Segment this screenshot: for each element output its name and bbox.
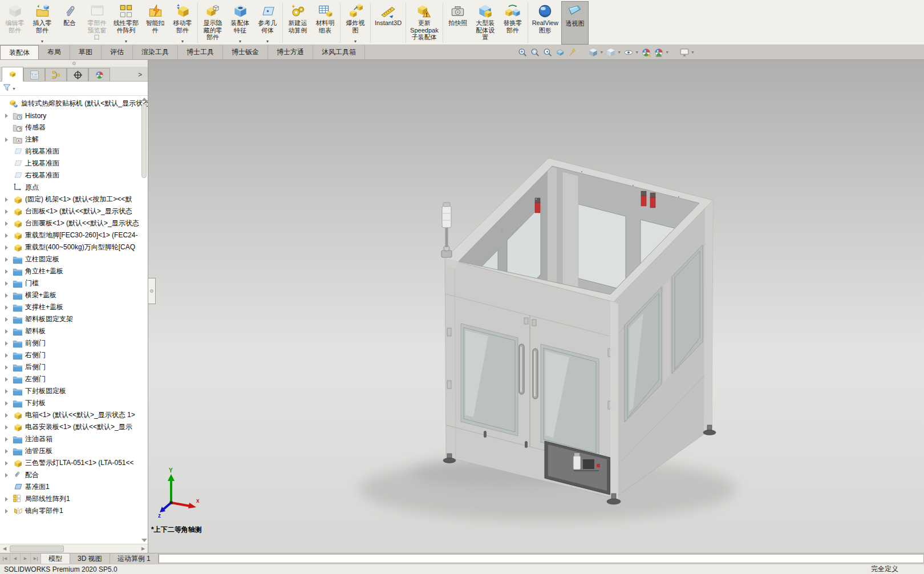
tree-item[interactable]: 台面覆板<1> (默认<<默认>_显示状态 — [0, 217, 148, 229]
dropdown-caret-icon[interactable]: ▼ — [617, 50, 621, 54]
panel-tab-appearances[interactable] — [88, 68, 110, 81]
move-component-button[interactable]: 移动零 部件▼ — [169, 1, 196, 45]
update-speedpak-button[interactable]: 更新 Speedpak 子装配体 — [407, 1, 441, 45]
command-tab-博士钣金[interactable]: 博士钣金 — [223, 45, 268, 59]
reference-geometry-button[interactable]: 参考几 何体▼ — [254, 1, 281, 45]
mate-button[interactable]: 配合 — [56, 1, 83, 45]
scroll-up-arrow[interactable] — [141, 98, 147, 101]
tree-item[interactable]: 重载型(400~500kg)万向型脚轮[CAQ — [0, 241, 148, 253]
expand-arrow-icon[interactable] — [5, 413, 13, 418]
expand-arrow-icon[interactable] — [5, 329, 13, 334]
previous-study-button[interactable]: ◀ — [10, 553, 21, 564]
command-tab-博士方通[interactable]: 博士方通 — [268, 45, 313, 59]
expand-arrow-icon[interactable] — [5, 317, 13, 322]
panel-expand-arrow[interactable]: > — [138, 71, 146, 81]
tree-horizontal-scrollbar[interactable]: ◀ ▶ — [0, 544, 148, 553]
tree-item[interactable]: 前侧门 — [0, 337, 148, 349]
hide-show-items-icon[interactable] — [622, 47, 635, 58]
tree-item[interactable]: 左侧门 — [0, 373, 148, 385]
scroll-thumb[interactable] — [141, 104, 147, 178]
tree-item[interactable]: 支撑柱+盖板 — [0, 301, 148, 313]
study-tab-3D 视图[interactable]: 3D 视图 — [70, 553, 110, 564]
tree-item[interactable]: 下封板固定板 — [0, 385, 148, 397]
tree-item[interactable]: 原点 — [0, 181, 148, 193]
command-tab-评估[interactable]: 评估 — [102, 45, 133, 59]
tree-item[interactable]: 油管压板 — [0, 445, 148, 457]
tree-item[interactable]: (固定) 机架<1> (默认<按加工><<默 — [0, 193, 148, 205]
command-tab-渲染工具[interactable]: 渲染工具 — [133, 45, 178, 59]
last-study-button[interactable]: ▶ — [31, 553, 41, 564]
tree-item[interactable]: 局部线性阵列1 — [0, 493, 148, 505]
tree-item[interactable]: 配合 — [0, 469, 148, 481]
tree-item[interactable]: 后侧门 — [0, 361, 148, 373]
expand-arrow-icon[interactable] — [5, 449, 13, 454]
view-orientation-icon[interactable] — [587, 47, 599, 58]
expand-arrow-icon[interactable] — [5, 114, 13, 118]
zoom-area-icon[interactable] — [529, 47, 541, 58]
first-study-button[interactable]: ◀ — [0, 553, 10, 564]
expand-arrow-icon[interactable] — [5, 293, 13, 298]
expand-arrow-icon[interactable] — [5, 269, 13, 274]
show-hidden-button[interactable]: 显示隐 藏的零 部件 — [199, 1, 226, 45]
dropdown-caret-icon[interactable]: ▼ — [599, 50, 603, 54]
tree-item[interactable]: 注油器箱 — [0, 433, 148, 445]
tree-item[interactable]: 右侧门 — [0, 349, 148, 361]
dropdown-caret-icon[interactable]: ▼ — [124, 39, 128, 44]
expand-arrow-icon[interactable] — [5, 509, 13, 514]
panel-collapse-tab[interactable] — [148, 278, 156, 304]
tree-item[interactable]: History — [0, 110, 148, 122]
snapshot-button[interactable]: 拍快照 — [444, 1, 472, 45]
tree-item[interactable]: 前视基准面 — [0, 145, 148, 157]
expand-arrow-icon[interactable] — [5, 377, 13, 382]
perspective-button[interactable]: 透视图 — [561, 1, 589, 45]
graphics-area[interactable]: Y x z *上下二等角轴测 — [148, 60, 924, 553]
command-tab-沐风工具箱[interactable]: 沐风工具箱 — [313, 45, 365, 59]
tree-item[interactable]: 下封板 — [0, 397, 148, 409]
tree-item[interactable]: 旋转式热熔胶贴标机 (默认<默认_显示状态 — [0, 98, 148, 110]
dropdown-caret-icon[interactable]: ▼ — [266, 39, 270, 44]
filter-dropdown-caret[interactable]: ▼ — [12, 87, 16, 91]
expand-arrow-icon[interactable] — [5, 138, 13, 142]
expand-arrow-icon[interactable] — [5, 257, 13, 262]
expand-arrow-icon[interactable] — [5, 197, 13, 202]
expand-arrow-icon[interactable] — [5, 341, 13, 346]
tree-item[interactable]: 右视基准面 — [0, 169, 148, 181]
scroll-left-arrow[interactable]: ◀ — [0, 546, 9, 551]
expand-arrow-icon[interactable] — [5, 437, 13, 442]
apply-scene-icon[interactable] — [653, 47, 665, 58]
dropdown-caret-icon[interactable]: ▼ — [238, 39, 242, 44]
display-style-icon[interactable] — [605, 47, 617, 58]
panel-tab-configurations[interactable] — [45, 68, 67, 81]
next-study-button[interactable]: ▶ — [21, 553, 31, 564]
realview-button[interactable]: RealView 图形 — [529, 1, 561, 45]
dropdown-caret-icon[interactable]: ▼ — [691, 50, 695, 54]
tree-vertical-scrollbar[interactable] — [140, 96, 148, 544]
exploded-view-button[interactable]: 爆炸视 图▼ — [342, 1, 369, 45]
scroll-track[interactable] — [10, 545, 138, 552]
linear-pattern-button[interactable]: 线性零部 件阵列▼ — [111, 1, 141, 45]
previous-view-icon[interactable] — [541, 47, 554, 58]
expand-arrow-icon[interactable] — [5, 305, 13, 310]
tree-item[interactable]: 传感器 — [0, 122, 148, 134]
tree-item[interactable]: 基准面1 — [0, 481, 148, 493]
edit-appearance-icon[interactable] — [640, 47, 653, 58]
expand-arrow-icon[interactable] — [5, 401, 13, 406]
tree-item[interactable]: 台面板<1> (默认<<默认>_显示状态 — [0, 205, 148, 217]
panel-tab-propertymanager[interactable] — [23, 68, 45, 81]
tree-item[interactable]: 电器安装板<1> (默认<<默认>_显示 — [0, 421, 148, 433]
expand-arrow-icon[interactable] — [5, 221, 13, 226]
tree-item[interactable]: 镜向零部件1 — [0, 505, 148, 517]
assembly-features-button[interactable]: 装配体 特征▼ — [226, 1, 254, 45]
expand-arrow-icon[interactable] — [5, 425, 13, 430]
study-tab-模型[interactable]: 模型 — [41, 553, 70, 564]
tree-item[interactable]: 横梁+盖板 — [0, 289, 148, 301]
expand-arrow-icon[interactable] — [5, 365, 13, 370]
dropdown-caret-icon[interactable]: ▼ — [40, 39, 44, 44]
motion-study-button[interactable]: 新建运 动算例 — [284, 1, 311, 45]
study-tab-运动算例 1[interactable]: 运动算例 1 — [110, 553, 159, 564]
expand-arrow-icon[interactable] — [5, 473, 13, 478]
dropdown-caret-icon[interactable]: ▼ — [665, 50, 669, 54]
expand-arrow-icon[interactable] — [5, 281, 13, 286]
bom-button[interactable]: 材料明 细表 — [311, 1, 339, 45]
expand-arrow-icon[interactable] — [5, 353, 13, 358]
